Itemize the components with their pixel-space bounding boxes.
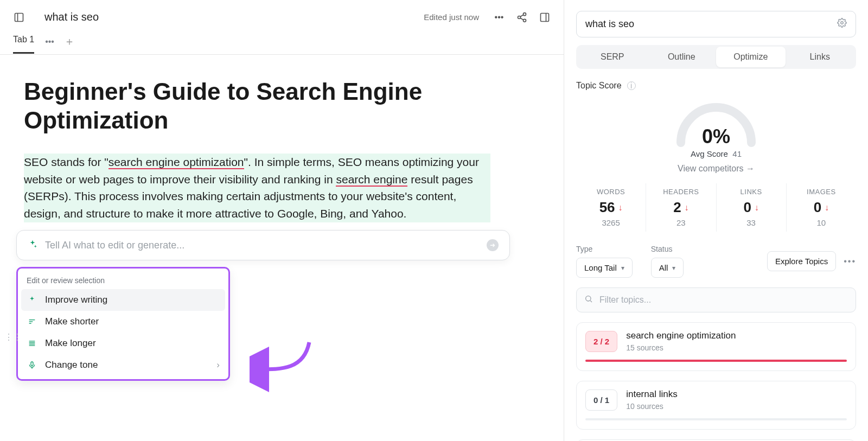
topic-title: search engine optimization [626,330,736,341]
topic-score-label: Topic Score [576,81,622,91]
tab-links[interactable]: Links [786,47,855,67]
drag-handle-icon[interactable]: ⋮⋮ [4,332,22,342]
stat-words: WORDS 56↓ 3265 [576,183,646,232]
status-dropdown[interactable]: All ▾ [651,258,684,278]
ai-suggestion-menu: Edit or review selection Improve writing… [16,267,230,381]
chevron-down-icon: ▾ [621,264,624,272]
tab-more-icon[interactable]: ••• [45,37,54,47]
menu-make-shorter[interactable]: Make shorter [21,311,225,333]
down-arrow-icon: ↓ [685,203,689,213]
tab-optimize[interactable]: Optimize [716,47,786,67]
topic-sources: 10 sources [626,402,678,411]
menu-change-tone[interactable]: Change tone › [21,354,225,376]
side-tabs: SERP Outline Optimize Links [576,45,856,69]
status-label: Status [651,245,684,253]
svg-rect-16 [31,362,33,366]
search-icon [584,295,593,305]
stat-links: LINKS 0↓ 33 [716,183,786,232]
svg-rect-0 [15,13,23,21]
highlight-search-engine: search engine [336,173,407,187]
svg-point-19 [586,296,591,301]
add-tab-icon[interactable]: ＋ [64,34,75,49]
svg-point-4 [524,19,526,22]
tab-serp[interactable]: SERP [578,47,647,67]
more-icon[interactable]: ••• [493,11,505,23]
more-icon[interactable]: ••• [844,257,856,266]
share-icon[interactable] [516,11,528,23]
svg-line-20 [590,301,592,302]
type-label: Type [576,245,633,253]
menu-heading: Edit or review selection [21,273,225,289]
article-heading: Beginner's Guide to Search Engine Optimi… [24,78,447,135]
avg-value: 41 [732,149,742,158]
keyword-text: what is seo [585,18,634,30]
topic-title: internal links [626,389,678,400]
topic-filter-box[interactable] [576,287,856,312]
info-icon[interactable]: i [627,81,636,90]
microphone-icon [27,361,37,369]
highlight-seo: search engine optimization [108,156,244,169]
sparkle-icon [27,296,37,304]
ai-prompt-box[interactable]: ➜ [16,230,510,260]
tab-outline[interactable]: Outline [647,47,717,67]
explore-topics-button[interactable]: Explore Topics [767,251,836,271]
ai-prompt-input[interactable] [45,240,479,251]
svg-rect-7 [541,13,549,21]
view-competitors-link[interactable]: View competitors → [576,164,856,174]
lines-short-icon [27,317,37,326]
panel-toggle-icon[interactable] [13,11,25,23]
annotation-arrow [250,337,320,397]
stat-images: IMAGES 0↓ 10 [786,183,856,232]
svg-point-18 [841,22,844,24]
stat-headers: HEADERS 2↓ 23 [646,183,716,232]
gauge-value: 0% [670,125,762,148]
tab-1[interactable]: Tab 1 [13,35,34,54]
down-arrow-icon: ↓ [755,203,759,213]
keyword-search-box[interactable]: what is seo [576,11,856,37]
panel-right-icon[interactable] [539,11,551,23]
svg-point-3 [518,16,521,18]
avg-label: Avg Score [691,149,728,158]
sparkle-icon [28,239,37,251]
svg-line-5 [520,15,524,17]
down-arrow-icon: ↓ [825,203,829,213]
lines-long-icon [27,339,37,348]
topic-filter-input[interactable] [599,295,848,305]
topic-sources: 15 sources [626,343,736,352]
topic-card[interactable]: 2 / 2 search engine optimization 15 sour… [576,322,856,371]
menu-make-longer[interactable]: Make longer [21,333,225,354]
topic-card[interactable]: 0 / 1 internal links 10 sources [576,381,856,430]
menu-improve-writing[interactable]: Improve writing [21,289,225,311]
topic-badge: 2 / 2 [585,331,617,352]
doc-title: what is seo [44,11,415,23]
article-paragraph[interactable]: SEO stands for "search engine optimizati… [24,154,490,223]
gear-icon[interactable] [837,18,847,30]
down-arrow-icon: ↓ [618,203,623,213]
submit-icon[interactable]: ➜ [487,239,499,251]
svg-point-2 [524,12,526,15]
svg-line-6 [520,18,524,20]
chevron-right-icon: › [216,360,220,370]
type-dropdown[interactable]: Long Tail ▾ [576,258,633,278]
topic-badge: 0 / 1 [585,389,617,411]
chevron-down-icon: ▾ [672,264,675,272]
edit-status: Edited just now [424,12,479,22]
topic-score-gauge: 0% [670,94,762,148]
